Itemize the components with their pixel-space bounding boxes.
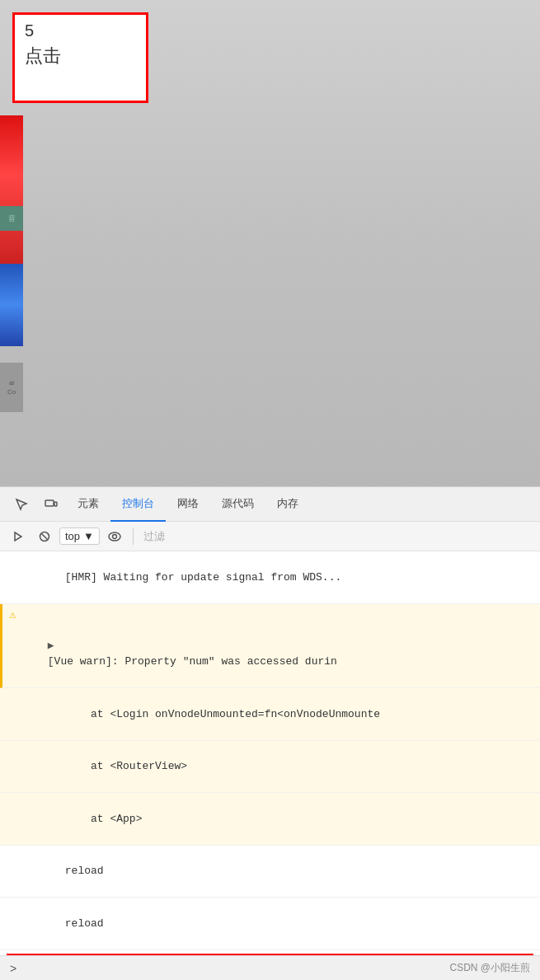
click-box-number: 5: [25, 21, 136, 40]
context-label: top: [65, 530, 80, 542]
tab-console[interactable]: 控制台: [110, 487, 166, 522]
sidebar-al-text: al: [9, 379, 14, 387]
sidebar-music-icon: 音: [0, 206, 23, 231]
console-warning-cont-2: at <RouterView>: [0, 741, 540, 794]
clear-icon[interactable]: [33, 525, 56, 548]
console-hmr-line: [HMR] Waiting for update signal from WDS…: [0, 551, 540, 604]
eye-icon[interactable]: [103, 525, 126, 548]
music-label: 音: [8, 213, 16, 224]
divider: [133, 528, 134, 545]
console-output: [HMR] Waiting for update signal from WDS…: [0, 551, 540, 956]
tab-sources[interactable]: 源代码: [210, 487, 265, 522]
svg-point-6: [112, 534, 116, 538]
app-area: 音 al Co 5 点击: [0, 0, 540, 486]
devtools-bottom-bar: > CSDN @小阳生煎: [0, 955, 540, 980]
filter-placeholder: 过滤: [140, 529, 168, 544]
context-dropdown-arrow: ▼: [83, 530, 94, 542]
click-box-label: 点击: [25, 44, 136, 68]
console-prompt-icon[interactable]: >: [10, 962, 16, 975]
svg-line-4: [42, 533, 48, 539]
console-warning-cont-3: at <App>: [0, 793, 540, 846]
devtools-panel: 元素 控制台 网络 源代码 内存 top: [0, 486, 540, 980]
console-warning-cont-1: at <Login onVnodeUnmounted=fn<onVnodeUnm…: [0, 688, 540, 741]
sidebar-red-icon: [0, 115, 23, 264]
sidebar-co-area: al Co: [0, 363, 23, 412]
run-icon[interactable]: [7, 525, 30, 548]
sidebar-co-text: Co: [7, 388, 16, 396]
tab-network[interactable]: 网络: [166, 487, 210, 522]
svg-point-5: [109, 532, 120, 541]
svg-rect-1: [54, 502, 57, 506]
tab-memory[interactable]: 内存: [265, 487, 310, 522]
console-subtoolbar: top ▼ 过滤: [0, 522, 540, 551]
svg-marker-2: [15, 532, 21, 541]
warning-icon: ⚠: [9, 607, 16, 624]
click-box: 5 点击: [12, 12, 148, 103]
context-selector[interactable]: top ▼: [59, 528, 100, 545]
sidebar-blue-icon: [0, 264, 23, 346]
console-reload-1: reload: [0, 846, 540, 898]
devtools-tabs-row: 元素 控制台 网络 源代码 内存: [0, 487, 540, 522]
cursor-icon[interactable]: [7, 490, 36, 519]
console-reload-2: reload: [0, 898, 540, 950]
bottom-credit-text: CSDN @小阳生煎: [449, 961, 530, 975]
tab-elements[interactable]: 元素: [66, 487, 110, 522]
console-warning-line: ⚠ ▶ [Vue warn]: Property "num" was acces…: [0, 604, 540, 689]
expand-icon[interactable]: ▶: [48, 640, 54, 652]
device-toggle-icon[interactable]: [36, 490, 66, 519]
svg-rect-0: [45, 500, 54, 506]
